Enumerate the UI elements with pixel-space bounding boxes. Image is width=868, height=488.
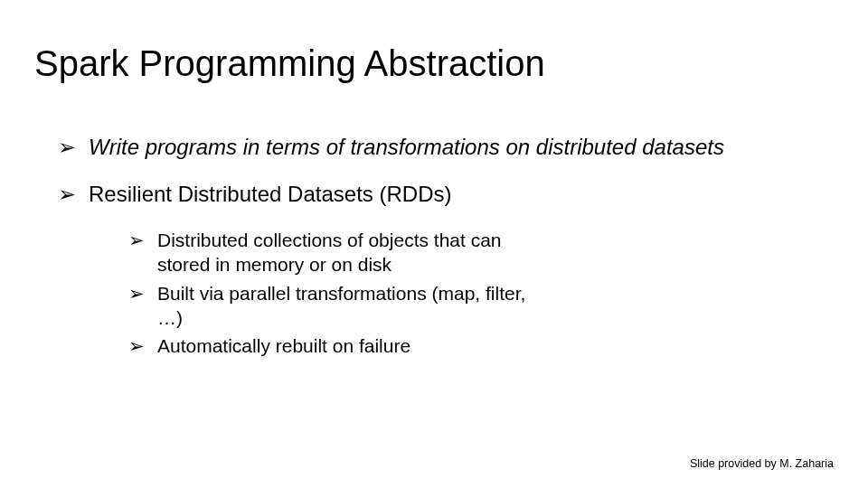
sub-bullet-text: Distributed collections of objects that … — [157, 228, 537, 277]
slide-footer: Slide provided by M. Zaharia — [690, 457, 834, 470]
bullet-item: ➢ Write programs in terms of transformat… — [58, 134, 823, 161]
bullet-marker: ➢ — [128, 333, 157, 358]
sub-bullet-list: ➢ Distributed collections of objects tha… — [128, 228, 823, 358]
sub-bullet-item: ➢ Built via parallel transformations (ma… — [128, 281, 823, 331]
sub-bullet-text: Built via parallel transformations (map,… — [157, 281, 537, 331]
bullet-marker: ➢ — [58, 134, 89, 161]
slide-body: ➢ Write programs in terms of transformat… — [58, 134, 823, 361]
bullet-marker: ➢ — [128, 228, 157, 277]
sub-bullet-item: ➢ Automatically rebuilt on failure — [128, 333, 823, 358]
bullet-text: Write programs in terms of transformatio… — [89, 134, 823, 161]
bullet-item: ➢ Resilient Distributed Datasets (RDDs) — [58, 181, 823, 208]
bullet-marker: ➢ — [58, 181, 89, 208]
sub-bullet-text: Automatically rebuilt on failure — [157, 333, 537, 358]
slide: Spark Programming Abstraction ➢ Write pr… — [0, 0, 868, 488]
bullet-marker: ➢ — [128, 281, 157, 331]
bullet-text: Resilient Distributed Datasets (RDDs) — [89, 181, 823, 208]
slide-title: Spark Programming Abstraction — [34, 43, 545, 84]
sub-bullet-item: ➢ Distributed collections of objects tha… — [128, 228, 823, 277]
